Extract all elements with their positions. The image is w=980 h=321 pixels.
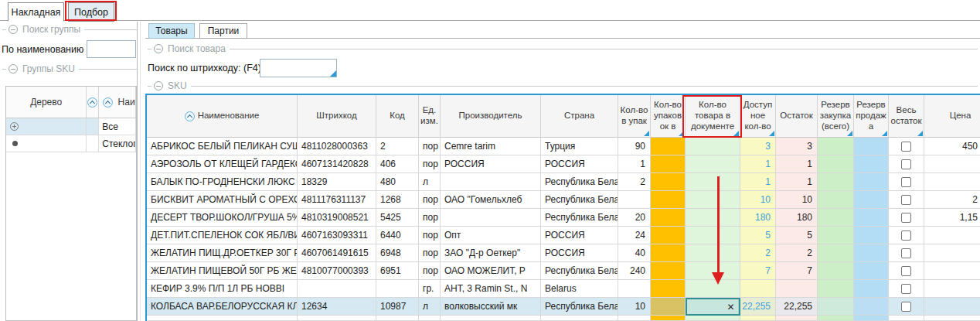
cell-available_qty[interactable]: 2 [740,244,776,262]
cell-name[interactable]: БАЛЫК ПО-ГРОДНЕНСКИ ЛЮКС К/В [147,173,298,191]
cell-whole_remainder[interactable] [889,227,924,244]
tab-batches[interactable]: Партии [199,23,247,39]
cell-reserve_sale[interactable] [854,244,889,262]
cell-qty_goods_in_doc[interactable] [686,209,740,227]
cell-unit[interactable]: пор [419,262,441,280]
cell-unit[interactable]: пор [419,138,441,155]
cell-qty_per_pack[interactable]: 2 [618,173,651,191]
cell-barcode[interactable]: 12634 [298,298,376,316]
cell-reserve_purchase[interactable] [818,138,854,155]
whole-remainder-checkbox[interactable] [901,195,911,205]
clear-cell-icon[interactable]: ✕ [723,299,739,314]
column-header-name[interactable]: Наименование [147,95,298,138]
cell-remainder[interactable]: 22,255 [776,298,818,316]
cell-name[interactable]: ДЕСЕРТ ТВОР.ШОКОЛ/ГРУША 5% Р [147,209,298,227]
cell-name[interactable]: АБРИКОС БЕЛЫЙ ПЕЛИКАН СУШЕН [147,138,298,155]
cell-available_qty[interactable]: 1 [740,173,776,191]
cell-qty_goods_in_doc[interactable] [686,316,740,321]
cell-qty_per_pack[interactable]: 1 [618,155,651,173]
cell-qty_goods_in_doc[interactable] [686,173,740,191]
cell-reserve_sale[interactable] [854,191,889,209]
cell-reserve_purchase[interactable] [818,262,854,280]
cell-code[interactable]: 6948 [376,244,419,262]
cell-remainder[interactable] [776,280,818,298]
panel-splitter[interactable] [137,22,138,321]
cell-country[interactable]: Республика Белар [541,298,618,316]
cell-reserve_sale[interactable] [854,209,889,227]
cell-whole_remainder[interactable] [889,155,924,173]
cell-whole_remainder[interactable] [889,298,924,316]
table-row[interactable]: ДЕТ.ПИТ.СПЕЛЕНОК СОК ЯБЛ/ВИШН46071630933… [147,227,980,244]
collapse-icon[interactable] [154,44,163,53]
cell-country[interactable]: РОССИЯ [541,155,618,173]
whole-remainder-checkbox[interactable] [901,142,911,152]
cell-available_qty[interactable]: 22,255 [740,298,776,316]
cell-price[interactable] [924,244,980,262]
cell-barcode[interactable]: 4810319008521 [298,209,376,227]
cell-qty_per_pack[interactable] [618,316,651,321]
column-header-barcode[interactable]: Штрихкод [298,95,376,138]
collapse-icon[interactable] [154,81,163,90]
cell-whole_remainder[interactable] [889,280,924,298]
whole-remainder-checkbox[interactable] [901,177,911,187]
cell-barcode[interactable]: 18329 [298,173,376,191]
cell-qty_packs_in_doc[interactable] [651,316,686,321]
cell-reserve_sale[interactable] [854,155,889,173]
cell-price[interactable] [924,173,980,191]
tab-goods[interactable]: Товары [148,23,195,39]
cell-name[interactable]: КОЛБАСА ВАР.БЕЛОРУССКАЯ КЛ.В/С [147,298,298,316]
cell-reserve_purchase[interactable] [818,227,854,244]
cell-price[interactable]: 1,15 [924,209,980,227]
cell-name[interactable]: АЭРОЗОЛЬ ОТ КЛЕЩЕЙ ГАРДЕКС 15 [147,155,298,173]
cell-whole_remainder[interactable] [889,244,924,262]
filter-triangle-icon[interactable] [917,131,923,136]
table-row[interactable]: КЕФИР 3.9% П/П 1Л РБ HOBBIгр.АНТ, 3 Rami… [147,280,980,298]
filter-triangle-icon[interactable] [882,131,887,136]
cell-qty_per_pack[interactable]: 24 [618,227,651,244]
cell-unit[interactable]: пор [419,227,441,244]
cell-price[interactable]: 450 [924,138,980,155]
cell-country[interactable]: Турция [541,138,618,155]
cell-manufacturer[interactable]: РОССИЯ [441,155,541,173]
cell-qty_goods_in_doc[interactable] [686,227,740,244]
cell-qty_packs_in_doc[interactable] [651,262,686,280]
cell-qty_packs_in_doc[interactable] [651,244,686,262]
cell-manufacturer[interactable] [441,173,541,191]
column-header-reserve_purchase[interactable]: Резерв закупка (всего) [818,95,854,138]
cell-name[interactable]: ДЕТ.ПИТ.СПЕЛЕНОК СОК ЯБЛ/ВИШН [147,227,298,244]
cell-price[interactable] [924,316,980,321]
cell-whole_remainder[interactable] [889,191,924,209]
cell-qty_per_pack[interactable]: 40 [618,244,651,262]
cell-manufacturer[interactable] [441,209,541,227]
cell-reserve_sale[interactable] [854,280,889,298]
cell-available_qty[interactable]: 5 [740,227,776,244]
column-header-country[interactable]: Страна [541,95,618,138]
cell-whole_remainder[interactable] [889,316,924,321]
whole-remainder-checkbox[interactable] [901,302,911,312]
cell-code[interactable]: 1268 [376,191,419,209]
cell-barcode[interactable]: 4607163093311 [298,227,376,244]
table-row[interactable]: БАЛЫК ПО-ГРОДНЕНСКИ ЛЮКС К/В18329480лРес… [147,173,980,191]
expand-plus-icon[interactable] [10,122,19,131]
cell-code[interactable]: 5425 [376,209,419,227]
column-header-available_qty[interactable]: Доступное кол-во [740,95,776,138]
cell-reserve_purchase[interactable] [818,173,854,191]
table-row[interactable]: КОЛБАСА ВАР.БЕЛОРУССКАЯ КЛ.В/С1263410987… [147,298,980,316]
name-filter-input[interactable] [87,40,136,58]
cell-barcode[interactable] [298,316,376,321]
cell-qty_packs_in_doc[interactable] [651,209,686,227]
filter-triangle-icon[interactable] [769,131,774,136]
cell-qty_packs_in_doc[interactable] [651,155,686,173]
cell-reserve_sale[interactable] [854,227,889,244]
cell-country[interactable]: РОССИЯ [541,244,618,262]
cell-remainder[interactable]: 7 [776,262,818,280]
cell-unit[interactable]: пор [419,191,441,209]
cell-country[interactable]: Belarus [541,280,618,298]
cell-qty_goods_in_doc[interactable] [686,138,740,155]
cell-remainder[interactable]: 3 [776,138,818,155]
cell-qty_per_pack[interactable]: 20 [618,209,651,227]
column-header-qty_packs_in_doc[interactable]: Кол-во упаковок в [651,95,686,138]
cell-unit[interactable]: пор [419,244,441,262]
cell-unit[interactable]: пор [419,155,441,173]
filter-triangle-icon[interactable] [847,131,852,136]
